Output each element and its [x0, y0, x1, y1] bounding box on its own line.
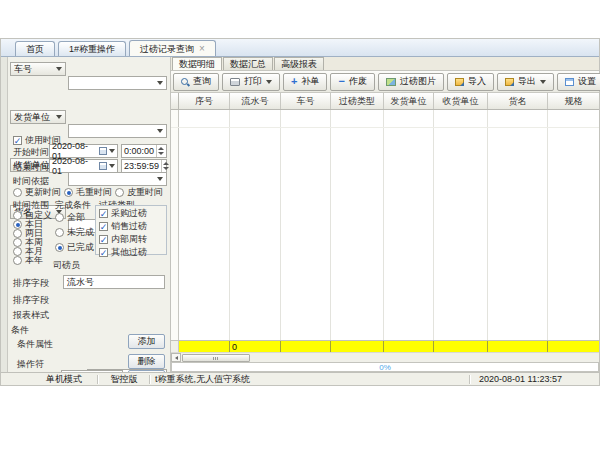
- import-button[interactable]: 导入: [447, 73, 494, 91]
- tab-home[interactable]: 首页: [15, 41, 55, 56]
- plus-icon: +: [291, 77, 297, 86]
- progress-value: 0%: [379, 363, 391, 372]
- checkbox-internal-transfer[interactable]: ✓内部周转: [99, 233, 163, 246]
- radio-icon: [115, 188, 124, 197]
- main-area: 车号 发货单位 收货单位 货名 ✓ 使用时间 开始时间 2020-08-01 0…: [1, 57, 599, 372]
- settings-button[interactable]: 设置: [557, 73, 600, 91]
- close-icon[interactable]: ×: [199, 44, 205, 54]
- report-style-label: 报表样式: [13, 309, 49, 322]
- import-icon: [455, 78, 464, 86]
- filter-panel: 车号 发货单位 收货单位 货名 ✓ 使用时间 开始时间 2020-08-01 0…: [1, 57, 171, 372]
- calendar-icon: [99, 147, 107, 155]
- filter-value-select-1[interactable]: [68, 124, 167, 138]
- chevron-down-icon: [157, 129, 163, 133]
- summary-row: 0: [171, 340, 599, 352]
- calendar-icon: [99, 162, 107, 170]
- column-header[interactable]: 发货单位: [384, 93, 434, 109]
- weigh-photos-button[interactable]: 过磅图片: [378, 73, 444, 91]
- status-datetime: 2020-08-01 11:23:57: [471, 373, 599, 385]
- column-header[interactable]: 流水号: [230, 93, 281, 109]
- tab-record-query[interactable]: 过磅记录查询 ×: [129, 40, 216, 56]
- status-edition: 智控版: [99, 373, 149, 385]
- condition-group-label: 条件: [11, 324, 29, 337]
- chevron-down-icon: [56, 115, 62, 119]
- settings-icon: [565, 78, 574, 86]
- filter-field-select-1[interactable]: 发货单位: [10, 110, 66, 124]
- column-header[interactable]: 货名: [488, 93, 548, 109]
- void-button[interactable]: −作废: [330, 73, 374, 91]
- grid-body[interactable]: [171, 110, 599, 340]
- data-subtabs: 数据明细 数据汇总 高级报表: [171, 57, 599, 71]
- chevron-down-icon: [56, 67, 62, 71]
- delete-condition-button[interactable]: 删除: [128, 354, 165, 369]
- radio-this-year[interactable]: 本年: [13, 254, 43, 267]
- print-button[interactable]: 打印: [222, 73, 280, 91]
- status-mode: 单机模式: [31, 373, 97, 385]
- column-header[interactable]: 序号: [179, 93, 230, 109]
- panel-splitter[interactable]: [1, 57, 8, 372]
- chevron-down-icon: [157, 177, 163, 181]
- column-header[interactable]: 车号: [281, 93, 331, 109]
- chevron-down-icon: [109, 149, 115, 153]
- checkbox-icon: ✓: [99, 209, 108, 218]
- scroll-left-icon[interactable]: [171, 353, 181, 362]
- radio-icon: [55, 243, 64, 252]
- column-header[interactable]: 过磅类型: [331, 93, 384, 109]
- filter-field-select-0[interactable]: 车号: [10, 62, 66, 76]
- supplement-order-button[interactable]: +补单: [283, 73, 327, 91]
- grid-header: 序号 流水号 车号 过磅类型 发货单位 收货单位 货名 规格: [171, 93, 599, 110]
- radio-icon: [13, 188, 22, 197]
- radio-all[interactable]: 全部: [55, 211, 85, 224]
- app-window: 首页 1#称重操作 过磅记录查询 × 车号 发货单位 收货单位 货名 ✓ 使用时…: [0, 38, 600, 386]
- picture-icon: [386, 78, 396, 86]
- column-header[interactable]: 规格: [548, 93, 599, 109]
- filter-value-select-0[interactable]: [68, 76, 167, 90]
- radio-gross-time[interactable]: 毛重时间: [64, 186, 112, 199]
- radio-icon: [55, 228, 64, 237]
- radio-finished[interactable]: 已完成: [55, 241, 94, 254]
- add-condition-button[interactable]: 添加: [128, 334, 165, 349]
- condition-attr-label: 条件属性: [17, 338, 53, 351]
- data-panel: 数据明细 数据汇总 高级报表 查询 打印 +补单 −作废 过磅图片 导入 导出 …: [171, 57, 599, 372]
- end-time-label: 结束时间: [13, 161, 49, 174]
- export-icon: [505, 78, 514, 86]
- checkbox-sale-weigh[interactable]: ✓销售过磅: [99, 220, 163, 233]
- export-button[interactable]: 导出: [497, 73, 554, 91]
- checkbox-icon: ✓: [99, 222, 108, 231]
- start-time-spinner[interactable]: 0:00:00: [121, 144, 167, 158]
- sort-field-label: 排序字段: [13, 277, 49, 290]
- sort-field-input[interactable]: 流水号: [63, 275, 165, 289]
- checkbox-purchase-weigh[interactable]: ✓采购过磅: [99, 207, 163, 220]
- checkbox-other-weigh[interactable]: ✓其他过磅: [99, 246, 163, 259]
- column-header[interactable]: 收货单位: [434, 93, 488, 109]
- spinner-icon[interactable]: [161, 160, 170, 172]
- sort-order-label: 排序字段: [13, 294, 49, 307]
- chevron-down-icon: [157, 81, 163, 85]
- empty-first-row-line: [171, 127, 599, 128]
- row-header-cell: [171, 110, 179, 340]
- subtab-data-summary[interactable]: 数据汇总: [223, 57, 273, 70]
- tab-weigh-operation[interactable]: 1#称重操作: [58, 41, 126, 56]
- status-system-name: t称重系统,无人值守系统: [151, 373, 469, 385]
- radio-icon: [55, 213, 64, 222]
- subtab-advanced-report[interactable]: 高级报表: [274, 57, 324, 70]
- tab-home-label: 首页: [26, 44, 44, 54]
- horizontal-scrollbar[interactable]: [171, 352, 599, 362]
- radio-update-time[interactable]: 更新时间: [13, 186, 61, 199]
- minus-icon: −: [338, 77, 344, 86]
- chevron-down-icon: [266, 80, 272, 84]
- radio-unfinished[interactable]: 未完成: [55, 226, 94, 239]
- document-tabstrip: 首页 1#称重操作 过磅记录查询 ×: [1, 39, 599, 57]
- checkbox-icon: ✓: [13, 136, 22, 145]
- subtab-data-detail[interactable]: 数据明细: [172, 57, 222, 70]
- end-date-picker[interactable]: 2020-08-01: [49, 159, 118, 173]
- progress-bar: 0%: [171, 362, 599, 372]
- condition-operator-label: 操作符: [17, 358, 44, 371]
- query-toolbar: 查询 打印 +补单 −作废 过磅图片 导入 导出 设置: [171, 71, 599, 93]
- scrollbar-thumb[interactable]: [182, 354, 250, 362]
- radio-tare-time[interactable]: 皮重时间: [115, 186, 163, 199]
- end-time-spinner[interactable]: 23:59:59: [121, 159, 167, 173]
- row-header-cell: [171, 341, 179, 352]
- query-button[interactable]: 查询: [173, 73, 219, 91]
- spinner-icon[interactable]: [156, 145, 165, 157]
